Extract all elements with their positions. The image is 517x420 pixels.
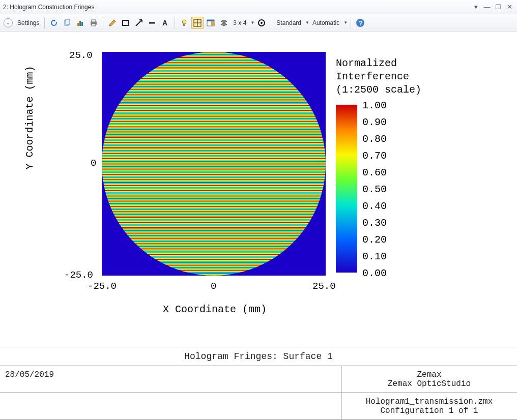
svg-rect-12 (183, 24, 185, 26)
line-icon (148, 19, 156, 27)
svg-rect-6 (92, 20, 96, 22)
chevron-down-icon[interactable]: ▼ (250, 20, 254, 25)
chevron-down-icon[interactable]: ▼ (343, 20, 348, 25)
info-header: Hologram Fringes: Surface 1 (0, 347, 517, 366)
window-title: 2: Hologram Construction Fringes (3, 4, 471, 11)
svg-rect-4 (81, 22, 83, 26)
colorbar-title: Normalized Interference (1:2500 scale) (336, 57, 494, 97)
pin-icon[interactable]: ▾ (471, 3, 480, 11)
chart-button[interactable] (74, 17, 87, 29)
y-tick-mid: 0 (91, 158, 96, 169)
svg-rect-18 (211, 21, 214, 26)
plot-area: 25.0 0 -25.0 -25.0 0 25.0 Y Coordinate (… (0, 32, 517, 347)
y-tick-top: 25.0 (69, 50, 93, 61)
info-file-cell: Hologram1_transmission.zmx Configuration… (341, 393, 517, 419)
svg-rect-7 (92, 24, 96, 26)
colorbar-tick: 1.00 (362, 100, 387, 111)
lamp-icon (180, 19, 188, 27)
minimize-icon[interactable]: — (482, 3, 492, 11)
colorbar-tick: 0.10 (362, 251, 387, 262)
crosshair-button[interactable] (191, 17, 204, 29)
separator (351, 17, 351, 28)
info-header-row: Hologram Fringes: Surface 1 (0, 347, 517, 366)
colorbar-tick: 0.60 (362, 167, 387, 178)
line-button[interactable] (146, 17, 158, 29)
svg-rect-2 (77, 23, 79, 26)
x-tick-mid: 0 (211, 281, 216, 292)
help-icon: ? (356, 18, 365, 27)
chart-icon (76, 19, 84, 27)
colorbar-title-line2: Interference (336, 70, 494, 83)
rectangle-icon (122, 19, 130, 27)
settings-expander[interactable]: ⌄ (2, 17, 14, 29)
config-line: Configuration 1 of 1 (347, 406, 512, 415)
print-button[interactable] (88, 17, 100, 29)
pencil-button[interactable] (106, 17, 119, 29)
separator (271, 17, 271, 28)
chevron-down-icon[interactable]: ▼ (305, 20, 309, 25)
svg-point-20 (261, 22, 263, 24)
colorbar-title-line3: (1:2500 scale) (336, 83, 494, 97)
text-button[interactable]: A (159, 17, 171, 29)
mode1-label[interactable]: Standard (274, 19, 303, 26)
info-vendor: Zemax Zemax OpticStudio (341, 366, 517, 393)
text-icon: A (161, 19, 169, 27)
info-row-file: Hologram1_transmission.zmx Configuration… (0, 393, 517, 420)
info-date: 28/05/2019 (0, 366, 341, 393)
colorbar-tick: 0.00 (362, 267, 387, 279)
file-name: Hologram1_transmission.zmx (347, 397, 512, 406)
svg-text:A: A (162, 19, 167, 27)
mode2-label[interactable]: Automatic (310, 19, 341, 26)
pencil-icon (108, 19, 117, 27)
colorbar-gradient (336, 105, 357, 273)
colorbar-tick: 0.90 (362, 116, 387, 128)
toolbar: ⌄ Settings A 3 x 4 ▼ Standa (0, 14, 517, 32)
colorbar-tick: 0.70 (362, 150, 387, 162)
separator (103, 17, 103, 28)
svg-rect-8 (123, 20, 129, 25)
x-tick-right: 25.0 (312, 281, 336, 292)
window-icon (207, 19, 215, 27)
svg-text:?: ? (359, 19, 363, 27)
layers-button[interactable] (218, 17, 230, 29)
plot-canvas[interactable] (102, 52, 326, 276)
y-tick-bottom: -25.0 (64, 269, 93, 281)
svg-rect-1 (66, 19, 70, 24)
colorbar-title-line1: Normalized (336, 57, 494, 70)
target-button[interactable] (255, 17, 268, 29)
y-axis-label: Y Coordinate (mm) (24, 66, 36, 169)
layers-icon (220, 19, 228, 27)
copy-button[interactable] (61, 17, 73, 29)
fringe-pattern (102, 52, 326, 276)
close-icon[interactable]: ✕ (505, 3, 514, 11)
window-button[interactable] (205, 17, 217, 29)
separator (44, 17, 45, 28)
rectangle-button[interactable] (120, 17, 132, 29)
lamp-button[interactable] (178, 17, 190, 29)
colorbar-tick: 0.30 (362, 217, 387, 229)
vendor-line2: Zemax OpticStudio (347, 379, 512, 388)
arrow-button[interactable] (133, 17, 145, 29)
svg-point-11 (182, 20, 186, 24)
settings-label[interactable]: Settings (15, 19, 41, 26)
info-blank (0, 393, 341, 419)
grid-label[interactable]: 3 x 4 (231, 19, 248, 26)
colorbar-tick: 0.50 (362, 184, 387, 195)
help-button[interactable]: ? (354, 17, 366, 29)
colorbar-tick: 0.80 (362, 133, 387, 145)
svg-rect-17 (207, 20, 214, 21)
maximize-icon[interactable]: ☐ (494, 3, 503, 11)
window-controls: ▾ — ☐ ✕ (471, 3, 514, 11)
refresh-button[interactable] (48, 17, 60, 29)
print-icon (90, 19, 98, 27)
x-tick-left: -25.0 (88, 281, 117, 292)
copy-icon (63, 19, 71, 27)
vendor-line1: Zemax (347, 370, 512, 379)
x-axis-label: X Coordinate (mm) (163, 304, 267, 315)
arrow-icon (135, 19, 143, 27)
titlebar: 2: Hologram Construction Fringes ▾ — ☐ ✕ (0, 0, 517, 14)
colorbar-body: 1.000.900.800.700.600.500.400.300.200.10… (336, 105, 494, 273)
colorbar-tick: 0.20 (362, 234, 387, 246)
info-table: Hologram Fringes: Surface 1 28/05/2019 Z… (0, 347, 517, 420)
refresh-icon (50, 19, 58, 27)
